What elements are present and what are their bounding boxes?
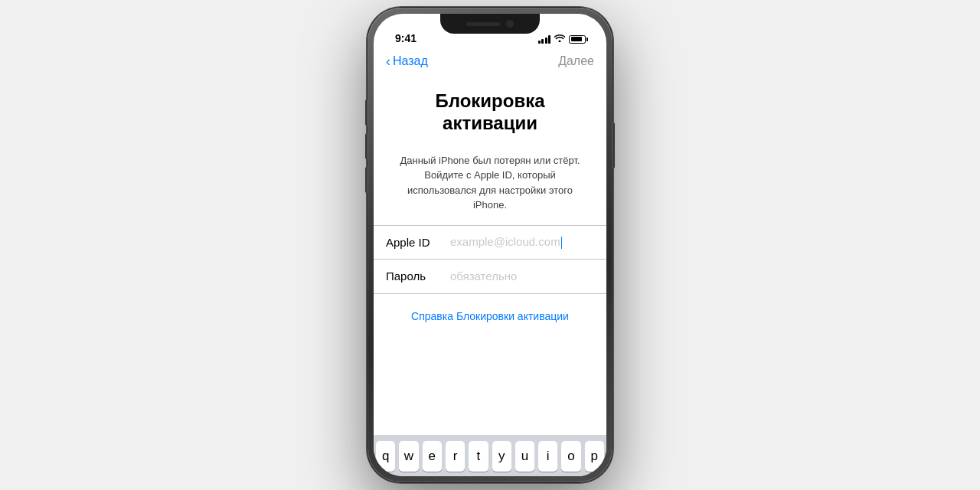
- notch: [440, 14, 540, 34]
- key-e[interactable]: e: [423, 441, 442, 472]
- title-section: Блокировка активации: [374, 75, 606, 147]
- key-u[interactable]: u: [515, 441, 534, 472]
- status-icons: [538, 34, 592, 44]
- password-label: Пароль: [386, 270, 444, 283]
- wifi-icon: [554, 34, 565, 44]
- key-r[interactable]: r: [446, 441, 465, 472]
- description-section: Данный iPhone был потерян или стёрт. Вой…: [374, 147, 606, 225]
- back-button[interactable]: ‹ Назад: [386, 54, 428, 68]
- help-link[interactable]: Справка Блокировки активации: [411, 310, 569, 322]
- keyboard: q w e r t y u i o p: [374, 435, 606, 476]
- key-w[interactable]: w: [399, 441, 418, 472]
- apple-id-placeholder: example@icloud.com: [450, 235, 560, 248]
- notch-speaker: [466, 22, 500, 26]
- password-placeholder: обязательно: [450, 270, 517, 283]
- apple-id-row: Apple ID example@icloud.com: [374, 226, 606, 260]
- back-label: Назад: [393, 54, 428, 68]
- key-y[interactable]: y: [492, 441, 511, 472]
- form-section: Apple ID example@icloud.com Пароль обяза…: [374, 225, 606, 294]
- phone-screen: 9:41: [374, 14, 606, 476]
- key-i[interactable]: i: [538, 441, 557, 472]
- chevron-left-icon: ‹: [386, 54, 390, 68]
- page-title: Блокировка активации: [392, 90, 588, 135]
- content-area: Блокировка активации Данный iPhone был п…: [374, 75, 606, 435]
- keyboard-row-1: q w e r t y u i o p: [376, 441, 604, 472]
- password-row: Пароль обязательно: [374, 260, 606, 293]
- key-t[interactable]: t: [469, 441, 488, 472]
- phone-device: 9:41: [368, 8, 612, 482]
- apple-id-label: Apple ID: [386, 236, 444, 249]
- key-o[interactable]: o: [561, 441, 580, 472]
- forward-button[interactable]: Далее: [558, 54, 594, 68]
- battery-icon: [569, 35, 588, 44]
- status-time: 9:41: [389, 32, 416, 44]
- password-input[interactable]: обязательно: [444, 270, 594, 283]
- signal-bars-icon: [538, 34, 551, 44]
- apple-id-input[interactable]: example@icloud.com: [444, 235, 594, 249]
- description-text: Данный iPhone был потерян или стёрт. Вой…: [397, 153, 583, 213]
- help-section: Справка Блокировки активации: [374, 294, 606, 338]
- text-cursor: [561, 237, 563, 249]
- nav-bar: ‹ Назад Далее: [374, 47, 606, 75]
- notch-camera: [506, 20, 514, 28]
